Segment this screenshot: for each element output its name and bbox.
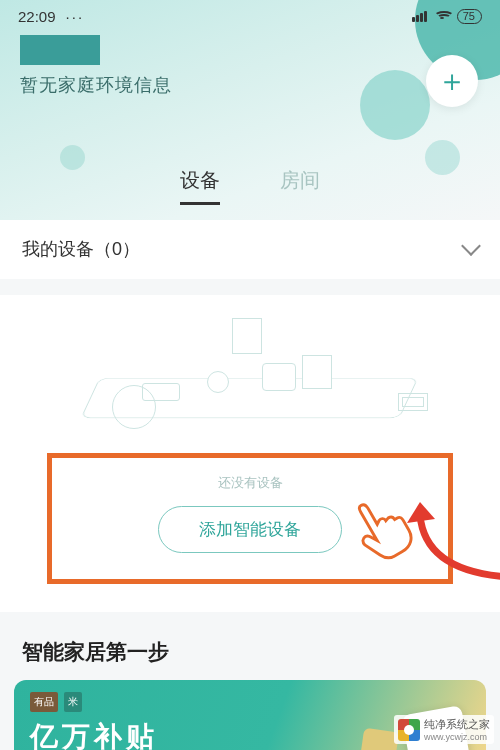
main-tabs: 设备 房间 [0, 167, 500, 205]
promo-badges: 有品 米 [30, 692, 470, 712]
status-bar: 22:09 ··· 75 [0, 0, 500, 29]
add-button[interactable]: ＋ [426, 55, 478, 107]
status-menu-dots: ··· [66, 8, 85, 25]
empty-devices-card: 还没有设备 添加智能设备 [0, 295, 500, 612]
chevron-down-icon [461, 236, 481, 256]
status-time: 22:09 [18, 8, 56, 25]
promo-badge: 米 [64, 692, 82, 712]
promo-badge: 有品 [30, 692, 58, 712]
plus-icon: ＋ [437, 66, 467, 96]
header-placeholder-block [20, 35, 100, 65]
tutorial-arrow-icon [405, 497, 500, 582]
environment-info-text: 暂无家庭环境信息 [20, 73, 480, 97]
my-devices-label: 我的设备（0） [22, 237, 140, 261]
watermark: 纯净系统之家 www.ycwjz.com [394, 715, 494, 744]
signal-icon [412, 11, 427, 22]
battery-icon: 75 [457, 9, 482, 24]
header-area: 暂无家庭环境信息 [0, 29, 500, 97]
wifi-icon [434, 11, 450, 23]
my-devices-row[interactable]: 我的设备（0） [0, 219, 500, 279]
promo-product-image [358, 728, 399, 750]
tab-rooms[interactable]: 房间 [280, 167, 320, 205]
smart-home-step-title: 智能家居第一步 [0, 612, 500, 680]
add-smart-device-button[interactable]: 添加智能设备 [158, 506, 342, 553]
tutorial-highlight-box: 还没有设备 添加智能设备 [47, 453, 453, 584]
watermark-url: www.ycwjz.com [424, 732, 490, 742]
devices-illustration [22, 313, 478, 443]
watermark-text: 纯净系统之家 [424, 717, 490, 732]
watermark-logo-icon [398, 719, 420, 741]
tab-devices[interactable]: 设备 [180, 167, 220, 205]
